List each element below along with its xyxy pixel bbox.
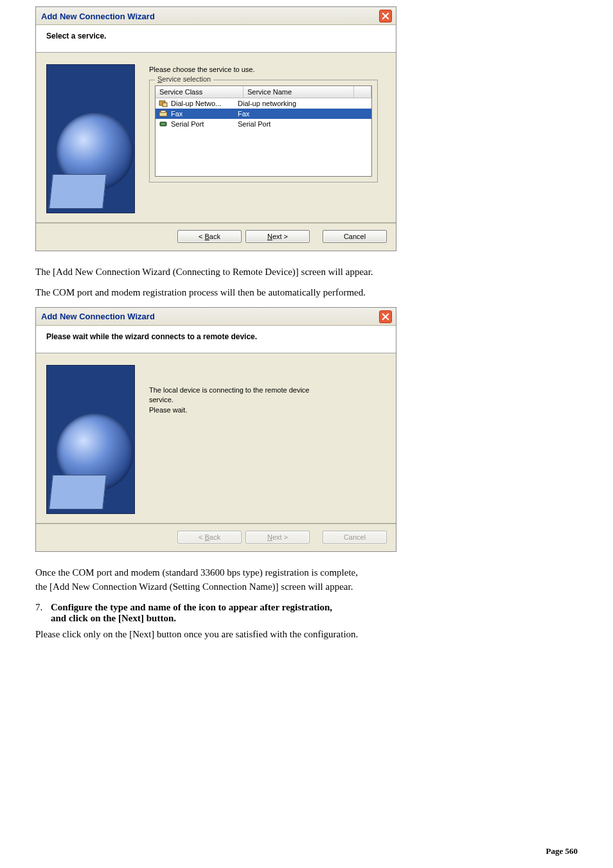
svg-rect-1 (163, 103, 167, 107)
svg-rect-3 (161, 111, 166, 112)
serial-port-icon (158, 120, 168, 128)
list-item[interactable]: Serial Port Serial Port (155, 119, 371, 129)
intro-text: Please choose the service to use. (149, 66, 378, 73)
wizard-connecting: Add New Connection Wizard Please wait wh… (35, 307, 396, 552)
connecting-message: The local device is connecting to the re… (149, 366, 378, 416)
svg-point-6 (163, 123, 164, 125)
back-button: < Back (177, 531, 242, 544)
service-listview[interactable]: Service Class Service Name Dial-up Netwo… (155, 85, 372, 177)
group-legend: Service selection (155, 75, 213, 83)
window-title: Add New Connection Wizard (41, 312, 155, 321)
column-service-name[interactable]: Service Name (244, 86, 354, 98)
page-footer: Page 560 (546, 846, 578, 856)
wizard-side-graphic (46, 64, 135, 213)
paragraph: Please click only on the [Next] button o… (35, 628, 578, 641)
titlebar: Add New Connection Wizard (36, 308, 396, 326)
wizard-header: Please wait while the wizard connects to… (36, 326, 396, 353)
cancel-button: Cancel (323, 531, 387, 544)
next-button: Next > (245, 531, 310, 544)
column-service-class[interactable]: Service Class (155, 86, 244, 98)
wizard-header-title: Select a service. (46, 31, 106, 40)
listview-header: Service Class Service Name (155, 86, 371, 98)
back-button[interactable]: < Back (177, 230, 242, 243)
wizard-button-row: < Back Next > Cancel (36, 224, 396, 251)
close-icon[interactable] (379, 10, 392, 22)
next-button[interactable]: Next > (245, 230, 310, 243)
dialup-icon (158, 99, 168, 108)
wizard-side-graphic (46, 365, 135, 514)
close-icon[interactable] (379, 310, 392, 323)
svg-point-5 (161, 123, 163, 125)
svg-point-7 (164, 123, 165, 125)
step-item: 7. Configure the type and name of the ic… (35, 602, 578, 624)
service-selection-group: Service selection Service Class Service … (149, 80, 378, 182)
step-text: Configure the type and name of the icon … (51, 602, 578, 624)
paragraph: The COM port and modem registration proc… (35, 286, 578, 299)
scroll-spacer (354, 86, 371, 98)
paragraph: the [Add New Connection Wizard (Setting … (35, 580, 578, 593)
list-item[interactable]: Dial-up Netwo... Dial-up networking (155, 98, 371, 109)
list-item[interactable]: Fax Fax (155, 109, 371, 119)
cancel-button[interactable]: Cancel (323, 230, 387, 243)
wizard-header-title: Please wait while the wizard connects to… (46, 332, 257, 341)
step-number: 7. (35, 602, 51, 624)
wizard-button-row: < Back Next > Cancel (36, 524, 396, 551)
titlebar: Add New Connection Wizard (36, 7, 396, 25)
wizard-header: Select a service. (36, 25, 396, 53)
fax-icon (158, 109, 168, 118)
wizard-select-service: Add New Connection Wizard Select a servi… (35, 6, 396, 251)
window-title: Add New Connection Wizard (41, 12, 155, 21)
paragraph: The [Add New Connection Wizard (Connecti… (35, 265, 578, 278)
paragraph: Once the COM port and modem (standard 33… (35, 566, 578, 579)
